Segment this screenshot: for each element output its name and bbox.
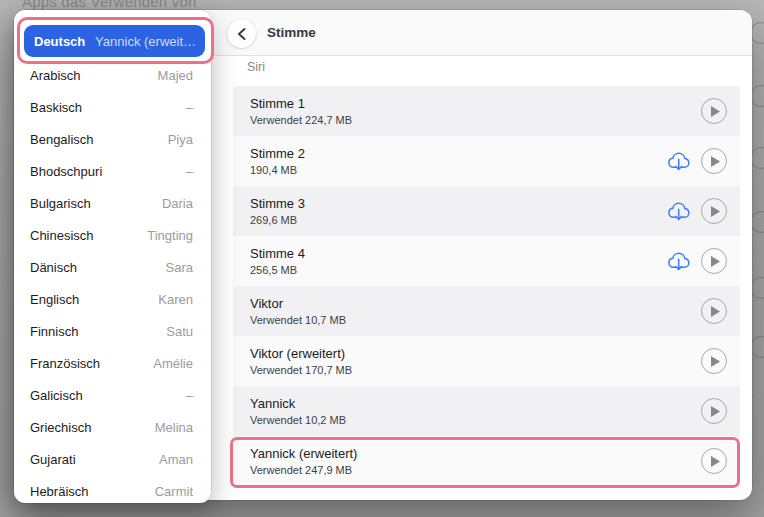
language-voice-value: – xyxy=(186,388,193,403)
voice-row-text: Stimme 3 269,6 MB xyxy=(250,196,305,226)
language-voice-dropdown: Deutsch Yannick (erweit… Arabisch Majed … xyxy=(14,10,211,503)
language-name: Bengalisch xyxy=(30,132,94,147)
language-voice-value: Satu xyxy=(166,324,193,339)
sidebar-language-item[interactable]: Hebräisch Carmit xyxy=(14,475,211,503)
cloud-download-icon[interactable] xyxy=(667,151,691,172)
voice-name: Yannick xyxy=(250,396,346,411)
sidebar-language-item[interactable]: Finnisch Satu xyxy=(14,315,211,347)
language-name: Dänisch xyxy=(30,260,77,275)
voice-row-text: Viktor Verwendet 10,7 MB xyxy=(250,296,346,326)
language-voice-value: – xyxy=(186,164,193,179)
sidebar-language-item[interactable]: Englisch Karen xyxy=(14,283,211,315)
sidebar-language-item[interactable]: Griechisch Melina xyxy=(14,411,211,443)
language-name: Hebräisch xyxy=(30,484,89,499)
voice-row-icons xyxy=(701,448,727,474)
voice-name: Stimme 1 xyxy=(250,96,352,111)
voice-row[interactable]: Viktor Verwendet 10,7 MB xyxy=(233,286,740,336)
voice-row-icons xyxy=(701,398,727,424)
language-name: Bhodschpuri xyxy=(30,164,102,179)
back-button[interactable] xyxy=(227,19,256,48)
chevron-left-icon xyxy=(236,27,247,41)
cloud-download-icon[interactable] xyxy=(667,251,691,272)
voice-size: 190,4 MB xyxy=(250,164,305,176)
voice-row[interactable]: Yannick (erweitert) Verwendet 247,9 MB xyxy=(233,436,740,486)
language-name: Arabisch xyxy=(30,68,81,83)
play-icon xyxy=(709,356,720,367)
selected-language-voice[interactable]: Deutsch Yannick (erweit… xyxy=(24,25,205,57)
play-voice-sample-button[interactable] xyxy=(701,148,727,174)
language-name: Gujarati xyxy=(30,452,76,467)
voice-size: Verwendet 247,9 MB xyxy=(250,464,357,476)
language-voice-value: Karen xyxy=(158,292,193,307)
voice-list: Stimme 1 Verwendet 224,7 MB Stimme 2 190… xyxy=(233,86,740,486)
sidebar-language-item[interactable]: Bulgarisch Daria xyxy=(14,187,211,219)
sidebar-language-item[interactable]: Galicisch – xyxy=(14,379,211,411)
language-name: Englisch xyxy=(30,292,79,307)
sidebar-language-item[interactable]: Bhodschpuri – xyxy=(14,155,211,187)
language-name: Französisch xyxy=(30,356,100,371)
dimmed-play-circle xyxy=(750,85,764,107)
language-voice-value: Tingting xyxy=(147,228,193,243)
play-icon xyxy=(709,156,720,167)
dimmed-play-circle xyxy=(750,22,764,44)
sidebar-language-item[interactable]: Baskisch – xyxy=(14,91,211,123)
voice-row[interactable]: Stimme 2 190,4 MB xyxy=(233,136,740,186)
selected-language-label: Deutsch xyxy=(34,34,85,49)
play-voice-sample-button[interactable] xyxy=(701,448,727,474)
voice-name: Stimme 2 xyxy=(250,146,305,161)
play-icon xyxy=(709,106,720,117)
voice-row[interactable]: Viktor (erweitert) Verwendet 170,7 MB xyxy=(233,336,740,386)
voice-row-icons xyxy=(667,248,727,274)
play-icon xyxy=(709,206,720,217)
language-voice-value: Daria xyxy=(162,196,193,211)
sidebar-language-item[interactable]: Gujarati Aman xyxy=(14,443,211,475)
voice-row-icons xyxy=(701,348,727,374)
sidebar-language-item[interactable]: Bengalisch Piya xyxy=(14,123,211,155)
dimmed-play-circle xyxy=(750,147,764,169)
play-voice-sample-button[interactable] xyxy=(701,248,727,274)
voice-row[interactable]: Stimme 1 Verwendet 224,7 MB xyxy=(233,86,740,136)
language-name: Baskisch xyxy=(30,100,82,115)
dimmed-background-text: Apps das Verwenden von xyxy=(22,0,197,10)
voice-row-icons xyxy=(667,148,727,174)
play-voice-sample-button[interactable] xyxy=(701,298,727,324)
language-voice-value: Aman xyxy=(159,452,193,467)
play-icon xyxy=(709,456,720,467)
play-voice-sample-button[interactable] xyxy=(701,98,727,124)
language-voice-value: Melina xyxy=(155,420,193,435)
language-voice-value: – xyxy=(186,100,193,115)
voice-size: 269,6 MB xyxy=(250,214,305,226)
voice-size: Verwendet 224,7 MB xyxy=(250,114,352,126)
voice-size: Verwendet 10,2 MB xyxy=(250,414,346,426)
voice-name: Stimme 3 xyxy=(250,196,305,211)
dimmed-play-circle xyxy=(750,277,764,299)
voice-row-text: Stimme 2 190,4 MB xyxy=(250,146,305,176)
cloud-download-icon[interactable] xyxy=(667,201,691,222)
sidebar-language-item[interactable]: Chinesisch Tingting xyxy=(14,219,211,251)
play-voice-sample-button[interactable] xyxy=(701,198,727,224)
voice-row-text: Stimme 1 Verwendet 224,7 MB xyxy=(250,96,352,126)
voice-name: Viktor xyxy=(250,296,346,311)
language-name: Chinesisch xyxy=(30,228,94,243)
language-voice-value: Carmit xyxy=(155,484,193,499)
selected-voice-label: Yannick (erweit… xyxy=(95,34,196,49)
voice-row-icons xyxy=(667,198,727,224)
dimmed-play-circle xyxy=(750,336,764,358)
voice-name: Stimme 4 xyxy=(250,246,305,261)
play-voice-sample-button[interactable] xyxy=(701,348,727,374)
language-list: Arabisch Majed Baskisch – Bengalisch Piy… xyxy=(14,59,211,503)
voice-row[interactable]: Stimme 4 256,5 MB xyxy=(233,236,740,286)
voice-row-text: Yannick Verwendet 10,2 MB xyxy=(250,396,346,426)
play-icon xyxy=(709,406,720,417)
page-title: Stimme xyxy=(267,10,316,56)
language-name: Galicisch xyxy=(30,388,83,403)
sidebar-language-item[interactable]: Arabisch Majed xyxy=(14,59,211,91)
voice-row[interactable]: Yannick Verwendet 10,2 MB xyxy=(233,386,740,436)
play-voice-sample-button[interactable] xyxy=(701,398,727,424)
sidebar-language-item[interactable]: Dänisch Sara xyxy=(14,251,211,283)
language-voice-value: Sara xyxy=(166,260,193,275)
voice-row-text: Stimme 4 256,5 MB xyxy=(250,246,305,276)
sidebar-language-item[interactable]: Französisch Amélie xyxy=(14,347,211,379)
voice-size: 256,5 MB xyxy=(250,264,305,276)
voice-row[interactable]: Stimme 3 269,6 MB xyxy=(233,186,740,236)
